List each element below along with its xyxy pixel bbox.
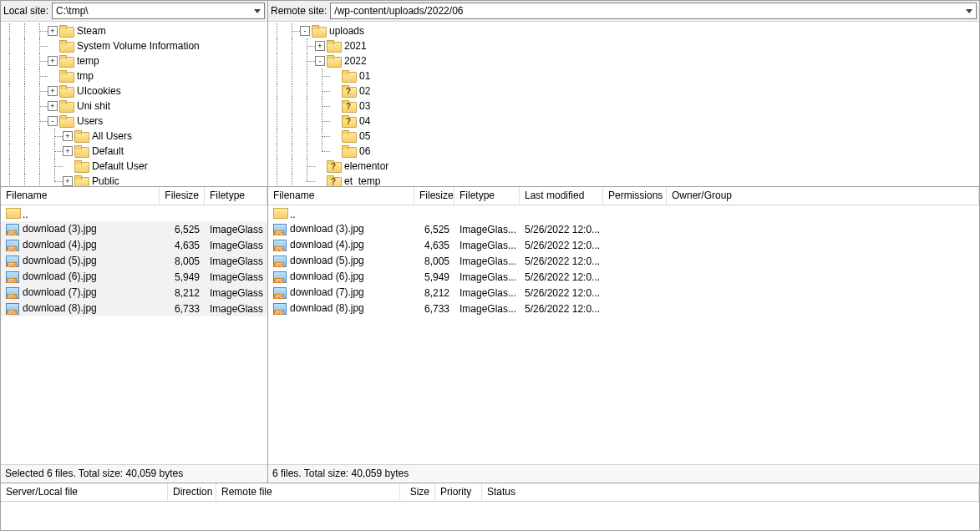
file-row[interactable]: download (3).jpg6,525ImageGlass [1,221,267,237]
remote-column-headers: Filename Filesize Filetype Last modified… [268,187,979,205]
cell-name: download (5).jpg [268,255,414,267]
tree-item-label: 01 [358,70,372,82]
tree-item[interactable]: tmp [3,68,267,83]
cell-size: 4,635 [160,240,205,251]
col-filetype[interactable]: Filetype [205,187,267,205]
col-permissions[interactable]: Permissions [603,187,667,205]
tree-item-label: Public [90,175,121,186]
col-priority[interactable]: Priority [435,483,482,501]
col-size[interactable]: Size [400,483,435,501]
collapse-icon[interactable]: - [300,26,310,36]
file-row[interactable]: download (5).jpg8,005ImageGlas...5/26/20… [268,253,979,269]
cell-size: 4,635 [414,240,454,251]
tree-item[interactable]: System Volume Information [3,38,267,53]
expand-icon[interactable]: + [48,56,58,66]
col-last-modified[interactable]: Last modified [520,187,603,205]
tree-item[interactable]: ?02 [270,83,979,99]
file-row[interactable]: download (3).jpg6,525ImageGlas...5/26/20… [268,221,979,237]
tree-item[interactable]: +UIcookies [3,83,267,99]
col-filename[interactable]: Filename [268,187,414,205]
col-direction[interactable]: Direction [168,483,216,501]
expand-icon[interactable]: + [63,176,73,186]
cell-size: 6,733 [414,303,454,315]
tree-item-label: System Volume Information [75,40,201,52]
col-filetype[interactable]: Filetype [454,187,520,205]
col-filesize[interactable]: Filesize [160,187,205,205]
file-row[interactable]: download (6).jpg5,949ImageGlass [1,269,267,285]
folder-icon [59,100,73,112]
file-row[interactable]: download (8).jpg6,733ImageGlass [1,301,267,316]
cell-name: download (7).jpg [268,286,414,299]
tree-item[interactable]: ?elementor [270,159,979,174]
remote-filelist: Filename Filesize Filetype Last modified… [268,187,979,483]
cell-mod: 5/26/2022 12:0... [520,303,603,315]
local-tree[interactable]: +SteamSystem Volume Information+temptmp+… [1,22,267,186]
tree-item[interactable]: ?et_temp [270,174,979,186]
local-path-input[interactable] [53,3,251,18]
col-filesize[interactable]: Filesize [414,187,454,205]
file-row[interactable]: download (7).jpg8,212ImageGlas...5/26/20… [268,285,979,301]
tree-item[interactable]: +2021 [270,38,979,53]
tree-item[interactable]: -2022 [270,53,979,68]
tree-item-label: Users [75,115,104,127]
cell-size: 6,525 [414,224,454,235]
tree-item-label: Steam [75,25,108,37]
local-pane: Local site: +SteamSystem Volume Informat… [1,1,268,483]
folder-icon: ? [327,175,340,186]
tree-item[interactable]: 05 [270,129,979,144]
tree-item[interactable]: +Uni shit [3,99,267,114]
expand-icon[interactable]: + [48,101,58,111]
tree-item[interactable]: ?04 [270,114,979,129]
remote-path-combo[interactable] [330,3,977,19]
tree-item[interactable]: 06 [270,144,979,159]
expand-icon[interactable]: + [315,41,325,51]
tree-item[interactable]: Default User [3,159,267,174]
jpg-file-icon [273,287,287,299]
local-file-rows[interactable]: ..download (3).jpg6,525ImageGlassdownloa… [1,205,267,464]
file-row[interactable]: download (5).jpg8,005ImageGlass [1,253,267,269]
queue-rows[interactable] [1,502,979,530]
local-status-bar: Selected 6 files. Total size: 40,059 byt… [1,464,267,483]
tree-item-label: All Users [90,130,134,142]
file-row[interactable]: download (6).jpg5,949ImageGlas...5/26/20… [268,269,979,285]
tree-item-label: elementor [343,160,390,172]
tree-item[interactable]: ?03 [270,99,979,114]
expand-icon[interactable]: + [63,131,73,141]
tree-item[interactable]: +Public [3,174,267,186]
local-path-combo[interactable] [52,3,265,19]
tree-item[interactable]: -uploads [270,23,979,38]
folder-icon [327,55,340,67]
local-tree-area: +SteamSystem Volume Information+temptmp+… [1,22,267,187]
tree-item-label: 04 [358,115,372,127]
tree-item[interactable]: +Default [3,144,267,159]
file-row[interactable]: download (4).jpg4,635ImageGlas...5/26/20… [268,237,979,253]
collapse-icon[interactable]: - [315,56,325,66]
col-server-local-file[interactable]: Server/Local file [1,483,168,501]
remote-pane: Remote site: -uploads+2021-202201?02?03?… [268,1,979,483]
remote-tree[interactable]: -uploads+2021-202201?02?03?040506?elemen… [268,22,979,186]
file-row[interactable]: download (4).jpg4,635ImageGlass [1,237,267,253]
jpg-file-icon [6,255,19,267]
tree-item[interactable]: 01 [270,68,979,83]
cell-size: 8,005 [414,255,454,267]
chevron-down-icon[interactable] [251,3,264,18]
tree-item[interactable]: +All Users [3,129,267,144]
expand-icon[interactable]: + [63,146,73,156]
remote-file-rows[interactable]: ..download (3).jpg6,525ImageGlas...5/26/… [268,205,979,464]
up-directory[interactable]: .. [268,205,979,221]
file-row[interactable]: download (8).jpg6,733ImageGlas...5/26/20… [268,301,979,316]
expand-icon[interactable]: + [48,26,58,36]
remote-path-input[interactable] [331,3,962,18]
col-owner-group[interactable]: Owner/Group [667,187,979,205]
col-filename[interactable]: Filename [1,187,160,205]
collapse-icon[interactable]: - [48,116,58,126]
tree-item[interactable]: +Steam [3,23,267,38]
expand-icon[interactable]: + [48,86,58,96]
col-status[interactable]: Status [482,483,979,501]
col-remote-file[interactable]: Remote file [216,483,400,501]
file-row[interactable]: download (7).jpg8,212ImageGlass [1,285,267,301]
tree-item[interactable]: +temp [3,53,267,68]
up-directory[interactable]: .. [1,205,267,221]
chevron-down-icon[interactable] [962,3,976,18]
tree-item[interactable]: -Users [3,114,267,129]
